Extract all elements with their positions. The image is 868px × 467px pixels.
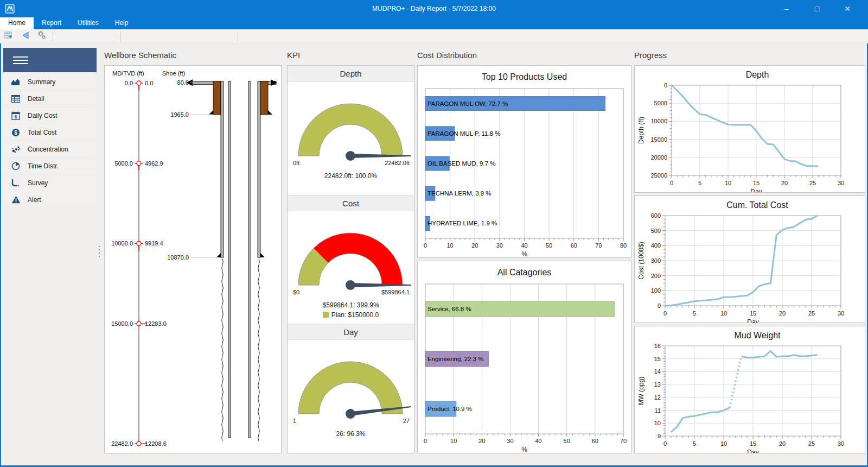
well-path-icon (10, 179, 21, 187)
menu-tab-home[interactable]: Home (0, 17, 34, 29)
sidebar-item-label: Total Cost (28, 129, 56, 136)
svg-text:400: 400 (651, 242, 661, 249)
svg-text:%: % (521, 250, 527, 257)
svg-text:40: 40 (521, 242, 527, 249)
sidebar-item-total-cost[interactable]: $Total Cost (3, 124, 97, 140)
toolbar-separator (120, 31, 121, 42)
menu-tab-report[interactable]: Report (34, 17, 69, 29)
menu-tab-utilities[interactable]: Utilities (69, 17, 107, 29)
kpi-panel-title: KPI (287, 48, 414, 65)
sidebar-item-time-distr[interactable]: Time Distr. (3, 158, 97, 174)
svg-text:MW (ppg): MW (ppg) (637, 377, 645, 406)
all-categories-chart: All Catagories010203040506070%Service, 6… (417, 261, 631, 453)
svg-text:Product, 10.9 %: Product, 10.9 % (427, 406, 472, 412)
mud_weight-chart-svg: Mud Weight051015202530910111213141516Day… (635, 326, 865, 453)
svg-text:15: 15 (753, 180, 760, 186)
minimize-button[interactable]: – (771, 0, 802, 17)
svg-text:80: 80 (620, 242, 627, 249)
gauge-title: Day (288, 324, 414, 340)
svg-text:PARAGON MUL P, 11.8 %: PARAGON MUL P, 11.8 % (427, 130, 500, 137)
cost-distribution-panel: Cost Distribution Top 10 Products Used01… (417, 48, 631, 456)
svg-text:TECHNA LERM, 3.9 %: TECHNA LERM, 3.9 % (427, 190, 492, 197)
gauge-depth: Depth0ft22482.0ft22482.0ft: 100.0% (288, 66, 414, 195)
svg-text:10: 10 (725, 180, 731, 186)
table-icon (10, 95, 21, 103)
plan-swatch (323, 312, 329, 318)
categories-chart-svg: All Catagories010203040506070%Service, 6… (418, 261, 631, 453)
mud-weight-line-chart: Mud Weight051015202530910111213141516Day… (634, 326, 865, 453)
svg-text:25: 25 (809, 180, 816, 186)
gauge-plan-legend: Plan: $150000.0 (288, 311, 414, 319)
sidebar-item-survey[interactable]: Survey (3, 175, 97, 191)
svg-text:50: 50 (564, 438, 570, 444)
gauge-day: Day12726: 96.3% (288, 324, 414, 453)
svg-text:0: 0 (424, 242, 427, 249)
svg-text:0: 0 (424, 438, 427, 444)
svg-text:22482.0: 22482.0 (111, 440, 133, 447)
settings-gears-button[interactable] (35, 30, 49, 42)
svg-text:600: 600 (651, 212, 661, 219)
svg-text:0: 0 (664, 82, 667, 89)
back-button[interactable] (18, 30, 33, 42)
gauge-svg: 0ft22482.0ft (288, 85, 414, 168)
sidebar-item-summary[interactable]: Summary (3, 74, 97, 90)
sidebar-item-label: Alert (28, 196, 41, 204)
svg-text:10870.0: 10870.0 (167, 254, 189, 261)
sidebar-item-daily-cost[interactable]: $Daily Cost (3, 108, 97, 123)
svg-text:PARAGON MUL OW, 72.7 %: PARAGON MUL OW, 72.7 % (427, 100, 508, 107)
series-line (672, 85, 818, 166)
settings-gears-icon (37, 30, 47, 42)
menubar: HomeReportUtilitiesHelp (0, 17, 868, 29)
maximize-button[interactable]: □ (802, 0, 832, 17)
svg-text:9: 9 (658, 433, 661, 439)
svg-text:27: 27 (403, 418, 410, 424)
export-report-button[interactable] (2, 30, 16, 42)
svg-text:0: 0 (663, 310, 667, 317)
close-button[interactable]: ✕ (832, 0, 863, 17)
svg-text:15000: 15000 (650, 136, 667, 143)
casing-strings (186, 79, 277, 441)
sidebar-splitter[interactable] (97, 48, 103, 454)
svg-text:30: 30 (838, 440, 844, 447)
gauge-svg: 127 (288, 343, 414, 426)
gauge-value: 26: 96.3% (288, 430, 414, 438)
svg-text:10000: 10000 (650, 118, 667, 124)
sidebar-item-alert[interactable]: Alert (3, 192, 97, 207)
kpi-panel: KPI Depth0ft22482.0ft22482.0ft: 100.0%Co… (287, 48, 414, 453)
svg-text:10: 10 (720, 310, 727, 317)
svg-text:Depth: Depth (746, 70, 769, 79)
svg-text:Day: Day (747, 318, 758, 323)
warning-icon (10, 195, 21, 204)
svg-text:HYDRATED LIME, 1.9 %: HYDRATED LIME, 1.9 % (427, 220, 497, 226)
svg-text:10: 10 (720, 440, 727, 447)
gauge-value: $599864.1: 399.9% (288, 301, 414, 309)
sidebar-item-label: Survey (28, 179, 48, 187)
svg-text:200: 200 (651, 273, 661, 279)
svg-text:Cost (1000$): Cost (1000$) (637, 242, 645, 279)
svg-text:60: 60 (571, 242, 577, 249)
svg-text:14: 14 (654, 368, 661, 375)
svg-text:40: 40 (535, 438, 541, 444)
svg-text:$: $ (14, 129, 17, 135)
area-chart-icon (10, 78, 21, 86)
cum_cost-chart-svg: Cum. Total Cost0510152025300100200300400… (635, 196, 865, 323)
svg-text:Top 10 Products Used: Top 10 Products Used (482, 72, 567, 81)
toolbar-separator (53, 31, 53, 42)
top10-products-chart: Top 10 Products Used01020304050607080%PA… (417, 65, 631, 258)
svg-text:30: 30 (838, 180, 844, 186)
svg-text:All Catagories: All Catagories (497, 268, 552, 277)
svg-text:Service, 66.8 %: Service, 66.8 % (427, 306, 471, 312)
menu-tab-help[interactable]: Help (107, 17, 137, 29)
svg-text:Day: Day (750, 188, 762, 192)
svg-text:9919.4: 9919.4 (145, 240, 163, 247)
svg-text:25000: 25000 (650, 172, 667, 179)
hamburger-menu-icon[interactable] (13, 54, 28, 66)
svg-text:5: 5 (698, 180, 701, 186)
titlebar: MUDPRO+ - Daily Report - 5/7/2022 18:00 … (0, 0, 868, 17)
sidebar-item-detail[interactable]: Detail (3, 91, 97, 106)
wellbore-schematic-svg: MD/TVD (ft)Shoe (ft)80.01965.010870.00.0… (105, 66, 281, 453)
sidebar-item-concentration[interactable]: Concentration (3, 141, 97, 157)
svg-text:5: 5 (693, 440, 696, 447)
sidebar-item-label: Daily Cost (28, 112, 58, 119)
gauge-title: Cost (288, 195, 414, 211)
